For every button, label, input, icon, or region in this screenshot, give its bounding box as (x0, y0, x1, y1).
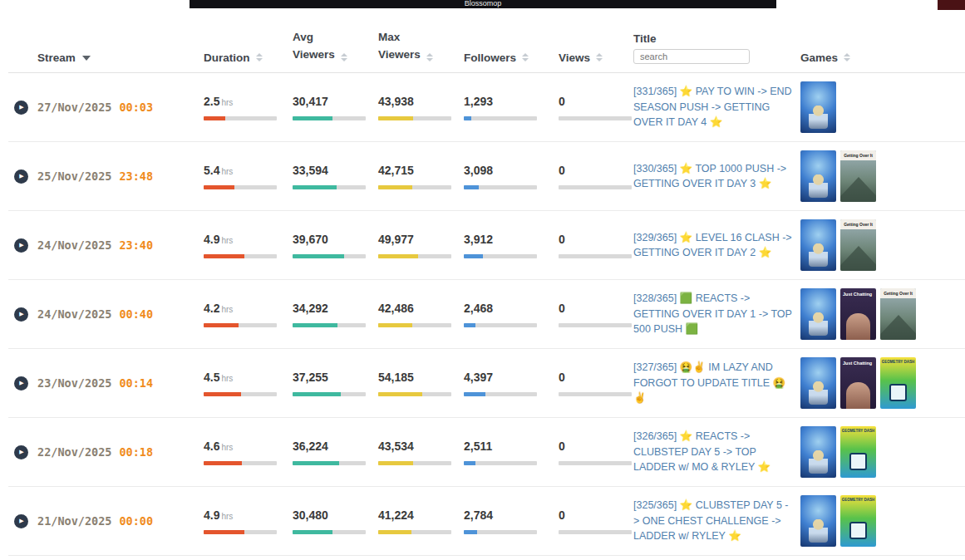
duration-cell: 4.2hrs (204, 301, 293, 327)
followers-cell: 2,511 (464, 439, 559, 465)
play-button[interactable]: ▶ (14, 514, 28, 528)
play-button[interactable]: ▶ (14, 169, 28, 184)
game-thumb[interactable] (800, 426, 836, 478)
title-search-input[interactable] (633, 49, 750, 64)
play-button[interactable]: ▶ (14, 445, 28, 459)
header-title: Title (633, 32, 800, 64)
game-thumb[interactable] (800, 495, 836, 547)
views-bar (559, 530, 632, 534)
duration-unit: hrs (221, 443, 233, 452)
views-value: 0 (559, 164, 565, 177)
stream-title-link[interactable]: [328/365] 🟩 REACTS -> GETTING OVER IT DA… (633, 291, 792, 337)
game-thumb[interactable]: GEOMETRY DASH (840, 495, 876, 547)
followers-value: 2,511 (464, 440, 492, 453)
views-value: 0 (559, 95, 565, 108)
game-thumb[interactable]: Just Chatting (840, 357, 876, 409)
game-thumb[interactable]: Getting Over It (840, 219, 876, 271)
views-cell: 0 (559, 163, 633, 189)
game-thumb[interactable] (800, 150, 836, 202)
duration-value: 4.6 (204, 440, 219, 453)
stream-date: 25/Nov/2025 (37, 169, 111, 183)
max-viewers-cell: 43,938 (378, 94, 464, 120)
header-duration[interactable]: Duration (204, 52, 293, 64)
header-followers[interactable]: Followers (464, 52, 559, 64)
avg-viewers-cell: 34,292 (293, 301, 378, 327)
duration-bar (204, 461, 277, 465)
avg-viewers-cell: 36,224 (293, 439, 378, 465)
title-cell: [327/365] 🤮✌️ IM LAZY AND FORGOT TO UPDA… (633, 360, 800, 406)
stream-datetime-link[interactable]: 27/Nov/202500:03 (37, 101, 204, 114)
max-viewers-value: 43,534 (378, 440, 414, 453)
header-games-label: Games (800, 52, 838, 64)
header-avg-viewers[interactable]: AvgViewers (293, 29, 378, 64)
stream-title-link[interactable]: [327/365] 🤮✌️ IM LAZY AND FORGOT TO UPDA… (633, 360, 792, 406)
stream-datetime-link[interactable]: 25/Nov/202523:48 (37, 169, 204, 183)
stream-datetime-link[interactable]: 24/Nov/202500:40 (37, 307, 204, 321)
game-thumb-label: Just Chatting (843, 292, 872, 297)
play-button[interactable]: ▶ (14, 376, 28, 391)
header-games[interactable]: Games (800, 52, 965, 64)
followers-bar (464, 116, 537, 120)
game-thumb[interactable] (800, 219, 836, 271)
followers-cell: 4,397 (464, 370, 559, 396)
game-thumb[interactable]: Getting Over It (880, 288, 916, 340)
sort-icon (256, 53, 263, 61)
avg-viewers-value: 30,417 (293, 95, 328, 108)
header-max-viewers-label: MaxViewers (378, 29, 421, 64)
play-button[interactable]: ▶ (14, 238, 28, 253)
header-duration-label: Duration (204, 52, 250, 64)
header-views-label: Views (559, 52, 590, 64)
game-thumb[interactable]: GEOMETRY DASH (880, 357, 916, 409)
stream-title-link[interactable]: [331/365] ⭐ PAY TO WIN -> END SEASON PUS… (633, 84, 792, 130)
duration-value: 5.4 (204, 164, 219, 177)
followers-cell: 2,784 (464, 508, 559, 534)
views-cell: 0 (559, 370, 633, 396)
title-cell: [325/365] ⭐ CLUBSTEP DAY 5 -> ONE CHEST … (633, 498, 800, 544)
games-cell: GEOMETRY DASH (800, 495, 965, 547)
avg-viewers-value: 37,255 (293, 371, 328, 384)
duration-cell: 5.4hrs (204, 163, 293, 189)
stream-time: 00:14 (119, 376, 153, 390)
stream-title-link[interactable]: [329/365] ⭐ LEVEL 16 CLASH -> GETTING OV… (633, 230, 792, 261)
header-max-viewers[interactable]: MaxViewers (378, 29, 464, 64)
game-thumb[interactable]: Just Chatting (840, 288, 876, 340)
stream-title-link[interactable]: [325/365] ⭐ CLUBSTEP DAY 5 -> ONE CHEST … (633, 498, 792, 544)
followers-value: 4,397 (464, 371, 493, 384)
game-thumb[interactable] (800, 357, 836, 409)
game-thumb-label: Getting Over It (840, 219, 876, 229)
stream-datetime-link[interactable]: 22/Nov/202500:18 (37, 445, 204, 459)
stream-row: ▶ 25/Nov/202523:48 5.4hrs 33,594 42,715 … (8, 142, 965, 211)
ad-banner[interactable]: Blossomop (190, 0, 776, 8)
stream-datetime-link[interactable]: 24/Nov/202523:40 (37, 238, 204, 252)
header-views[interactable]: Views (559, 52, 633, 64)
play-cell: ▶ (8, 445, 37, 459)
stream-title-link[interactable]: [326/365] ⭐ REACTS -> CLUBSTEP DAY 5 -> … (633, 429, 792, 475)
avg-viewers-value: 30,480 (293, 508, 328, 522)
stream-date: 24/Nov/2025 (37, 238, 111, 252)
header-stream[interactable]: Stream (37, 52, 204, 64)
game-thumb-label: GEOMETRY DASH (880, 360, 916, 364)
max-viewers-cell: 49,977 (378, 232, 464, 258)
play-button[interactable]: ▶ (14, 307, 28, 322)
stream-datetime-link[interactable]: 23/Nov/202500:14 (37, 376, 204, 390)
stream-title-link[interactable]: [330/365] ⭐ TOP 1000 PUSH -> GETTING OVE… (633, 161, 792, 192)
duration-value: 4.5 (204, 371, 219, 384)
views-cell: 0 (559, 94, 633, 120)
ad-corner-badge (938, 0, 965, 10)
avg-viewers-bar (293, 254, 366, 258)
play-button[interactable]: ▶ (14, 101, 28, 115)
duration-unit: hrs (221, 236, 233, 245)
game-thumb[interactable] (800, 288, 836, 340)
avg-viewers-cell: 30,480 (293, 508, 378, 534)
stream-date: 24/Nov/2025 (37, 307, 111, 321)
followers-cell: 2,468 (464, 301, 559, 327)
views-value: 0 (559, 508, 565, 522)
game-thumb[interactable]: GEOMETRY DASH (840, 426, 876, 478)
title-cell: [328/365] 🟩 REACTS -> GETTING OVER IT DA… (633, 291, 800, 337)
game-thumb[interactable]: Getting Over It (840, 150, 876, 202)
views-bar (559, 461, 632, 465)
stream-row: ▶ 24/Nov/202500:40 4.2hrs 34,292 42,486 … (8, 280, 965, 349)
stream-date: 21/Nov/2025 (37, 514, 111, 528)
stream-datetime-link[interactable]: 21/Nov/202500:00 (37, 514, 204, 528)
game-thumb[interactable] (800, 81, 836, 133)
